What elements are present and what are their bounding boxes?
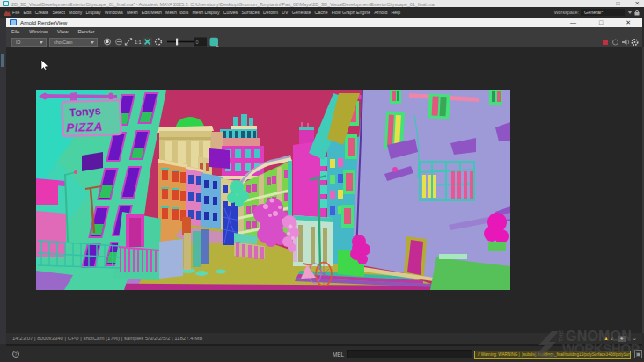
svg-text:PIZZA: PIZZA (66, 120, 103, 134)
svg-text:0: 0 (196, 40, 199, 45)
svg-text:1:1: 1:1 (135, 40, 142, 45)
svg-text:Tonys: Tonys (69, 105, 101, 119)
svg-text:WORKSHOP: WORKSHOP (562, 341, 640, 356)
svg-text:THE: THE (558, 329, 564, 342)
